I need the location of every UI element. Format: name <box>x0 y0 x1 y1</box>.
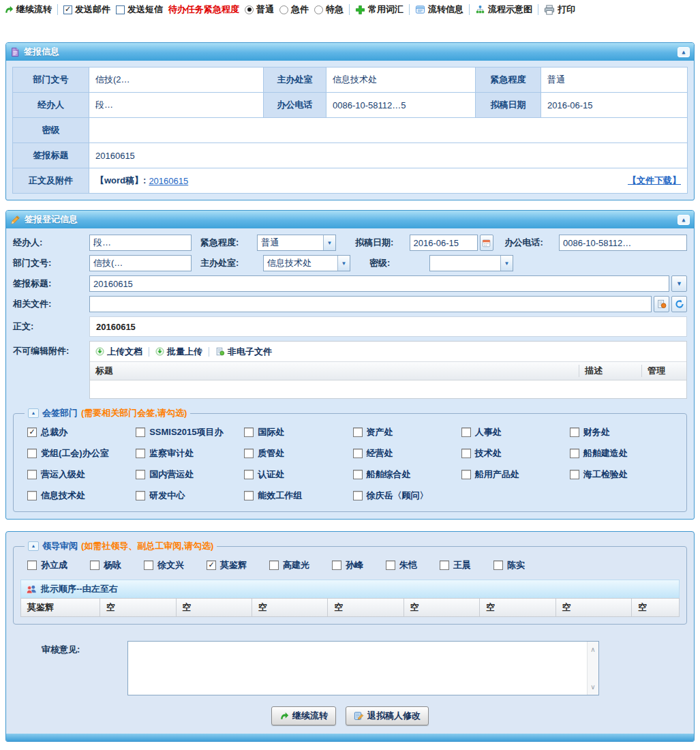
checkbox-icon <box>461 470 471 479</box>
collapse-panel-icon[interactable]: ▲ <box>678 47 690 57</box>
dept-checkbox[interactable]: 认证处 <box>244 468 352 481</box>
urgency-extra-label: 特急 <box>326 3 344 16</box>
related-files-input[interactable] <box>89 296 652 312</box>
secrecy-select[interactable]: ▼ <box>429 255 513 271</box>
file-download-link[interactable]: 【文件下载】 <box>628 175 681 187</box>
flow-diagram-label: 流程示意图 <box>488 3 532 16</box>
dept-checkbox[interactable]: 党组(工会)办公室 <box>27 447 136 460</box>
dept-checkbox[interactable]: 船舶综合处 <box>353 468 461 481</box>
urgency-radio-normal[interactable]: 普通 <box>245 3 274 16</box>
checkbox-icon <box>136 427 145 437</box>
dept-checkbox[interactable]: SSMIS2015项目办 <box>136 426 244 438</box>
batch-upload-button[interactable]: 批量上传 <box>155 346 202 358</box>
dept-checkbox[interactable]: 财务处 <box>570 426 678 438</box>
dept-checkbox[interactable]: 信息技术处 <box>27 490 136 502</box>
handler-input[interactable] <box>89 235 192 251</box>
send-email-checkbox[interactable]: 发送邮件 <box>63 3 110 16</box>
checkbox-icon <box>27 560 37 570</box>
host-office-select[interactable]: 信息技术处 ▼ <box>263 255 350 271</box>
urgency-select[interactable]: 普通 ▼ <box>257 235 336 251</box>
col-manage: 管理 <box>641 365 686 377</box>
handler-label: 经办人 <box>13 93 89 118</box>
flow-diagram-button[interactable]: 流程示意图 <box>475 3 532 16</box>
form-row: 经办人: 紧急程度: 普通 ▼ 拟稿日期: 办公电话: <box>13 235 687 251</box>
leader-review-panel: ▲ 领导审阅(如需社领导、副总工审阅,请勾选) 孙立成 杨咏 徐文兴 莫鉴辉 高… <box>5 531 695 742</box>
memo-title-input[interactable] <box>89 275 669 292</box>
collapse-section-icon[interactable]: ▲ <box>28 408 39 418</box>
dept-checkbox[interactable]: 人事处 <box>461 426 570 438</box>
dept-checkbox[interactable]: 监察审计处 <box>136 447 244 460</box>
chevron-down-icon[interactable]: ▼ <box>671 275 687 292</box>
checkbox-icon <box>27 470 37 479</box>
leader-checkbox[interactable]: 杨咏 <box>90 559 121 571</box>
dept-checkbox[interactable]: 能效工作组 <box>244 490 352 502</box>
print-button[interactable]: 打印 <box>544 3 575 16</box>
order-cell: 空 <box>404 599 480 616</box>
pencil-icon <box>10 215 20 225</box>
continue-flow-icon <box>4 5 14 14</box>
chevron-down-icon[interactable]: ▼ <box>337 256 350 271</box>
continue-flow-button[interactable]: 继续流转 <box>4 3 52 16</box>
dept-checkbox[interactable]: 研发中心 <box>136 490 244 502</box>
checkbox-icon <box>244 470 254 479</box>
upload-doc-label: 上传文档 <box>107 346 142 358</box>
chevron-down-icon[interactable]: ▼ <box>323 235 335 250</box>
dept-label: 研发中心 <box>149 490 185 502</box>
leader-checkbox-row: 孙立成 杨咏 徐文兴 莫鉴辉 高建光 孙峰 朱恺 王晨 陈实 <box>19 554 681 578</box>
urgency-radio-urgent[interactable]: 急件 <box>279 3 309 16</box>
opinion-textarea[interactable] <box>128 642 586 695</box>
leader-checkbox[interactable]: 徐文兴 <box>144 559 184 571</box>
chevron-down-icon[interactable]: ▼ <box>500 256 513 271</box>
checkbox-icon <box>244 427 254 437</box>
leader-checkbox[interactable]: 高建光 <box>269 559 309 571</box>
dept-checkbox[interactable]: 国内营运处 <box>136 468 244 481</box>
return-to-drafter-label: 退拟稿人修改 <box>367 710 421 722</box>
collapse-panel-icon[interactable]: ▲ <box>678 215 690 225</box>
table-row: 密级 <box>13 118 688 143</box>
dept-checkbox[interactable]: 经营处 <box>353 447 461 460</box>
dept-checkbox[interactable]: 总裁办 <box>27 426 136 438</box>
radio-icon <box>314 5 323 14</box>
dept-checkbox[interactable]: 质管处 <box>244 447 352 460</box>
scroll-up-icon[interactable]: ∧ <box>590 646 595 653</box>
dept-checkbox[interactable]: 营运入级处 <box>27 468 136 481</box>
dept-checkbox[interactable]: 船舶建造处 <box>570 447 678 460</box>
leader-checkbox[interactable]: 朱恺 <box>386 559 417 571</box>
leader-checkbox[interactable]: 莫鉴辉 <box>207 559 247 571</box>
dept-doc-input[interactable] <box>89 255 192 271</box>
dept-checkbox[interactable]: 徐庆岳〈顾问〉 <box>353 490 461 502</box>
collapse-section-icon[interactable]: ▲ <box>28 541 39 551</box>
dept-checkbox[interactable]: 船用产品处 <box>461 468 570 481</box>
leader-checkbox[interactable]: 孙立成 <box>27 559 67 571</box>
table-row: 签报标题 20160615 <box>13 143 688 168</box>
select-document-icon[interactable] <box>654 296 669 312</box>
draft-date-input[interactable] <box>410 235 478 251</box>
dept-label: 船舶综合处 <box>367 468 411 481</box>
checkbox-icon <box>144 560 153 570</box>
leader-checkbox[interactable]: 陈实 <box>493 559 525 571</box>
non-electronic-button[interactable]: 非电子文件 <box>215 346 272 358</box>
scroll-down-icon[interactable]: ∨ <box>590 683 595 691</box>
flow-info-button[interactable]: 流转信息 <box>415 3 463 16</box>
phone-input[interactable] <box>559 235 687 251</box>
attachments-area: 上传文档 批量上传 非电子文件 标题 描述 管理 <box>89 341 687 399</box>
urgency-radio-extra[interactable]: 特急 <box>314 3 344 16</box>
body-editor[interactable]: 20160615 <box>89 316 687 337</box>
continue-flow-submit-label: 继续流转 <box>292 710 328 722</box>
calendar-icon[interactable] <box>480 235 494 251</box>
dept-checkbox[interactable]: 国际处 <box>244 426 352 438</box>
refresh-icon[interactable] <box>671 296 687 312</box>
return-to-drafter-button[interactable]: 退拟稿人修改 <box>346 706 429 725</box>
common-vocab-button[interactable]: 常用词汇 <box>355 3 404 16</box>
word-doc-link[interactable]: 20160615 <box>149 176 188 186</box>
upload-doc-button[interactable]: 上传文档 <box>95 346 142 358</box>
dept-checkbox[interactable]: 技术处 <box>461 447 570 460</box>
dept-checkbox[interactable]: 海工检验处 <box>570 468 678 481</box>
handler-value: 段… <box>89 93 264 118</box>
send-sms-checkbox[interactable]: 发送短信 <box>116 3 163 16</box>
continue-flow-submit-button[interactable]: 继续流转 <box>271 706 336 725</box>
dept-checkbox[interactable]: 资产处 <box>353 426 461 438</box>
leader-checkbox[interactable]: 王晨 <box>440 559 471 571</box>
leader-checkbox[interactable]: 孙峰 <box>332 559 363 571</box>
textarea-scrollbar[interactable]: ∧ ∨ <box>587 642 598 695</box>
